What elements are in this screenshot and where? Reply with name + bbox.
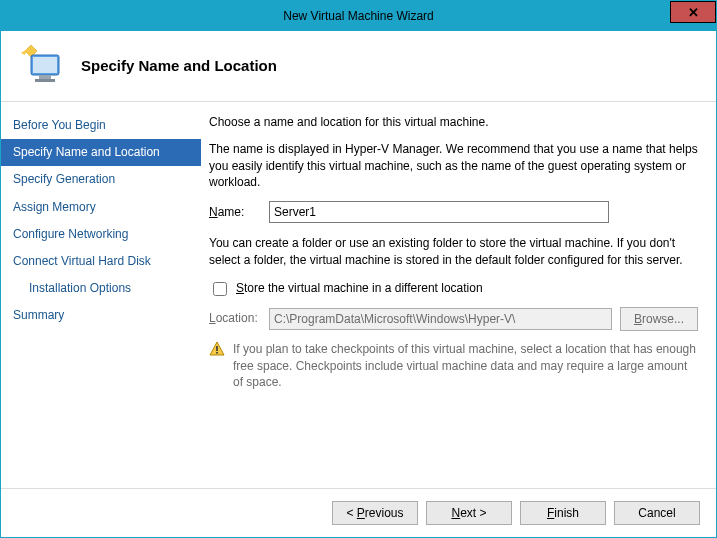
nav-assign-memory[interactable]: Assign Memory [1,194,201,221]
name-help-text: The name is displayed in Hyper-V Manager… [209,141,698,191]
titlebar[interactable]: New Virtual Machine Wizard ✕ [1,1,716,31]
intro-text: Choose a name and location for this virt… [209,114,698,131]
finish-button[interactable]: Finish [520,501,606,525]
window-title: New Virtual Machine Wizard [283,9,434,23]
wizard-icon [19,41,67,89]
svg-rect-3 [33,57,57,73]
nav-specify-generation[interactable]: Specify Generation [1,166,201,193]
name-input[interactable] [269,201,609,223]
nav-configure-networking[interactable]: Configure Networking [1,221,201,248]
svg-rect-7 [216,346,218,351]
location-help-text: You can create a folder or use an existi… [209,235,698,269]
svg-rect-8 [216,352,218,354]
name-row: Name: [209,201,698,223]
footer: < Previous Next > Finish Cancel [1,488,716,537]
name-label: Name: [209,204,261,221]
store-different-label[interactable]: Store the virtual machine in a different… [236,280,483,297]
info-row: If you plan to take checkpoints of this … [209,341,698,391]
svg-rect-5 [35,79,55,82]
location-label: Location: [209,310,261,327]
location-row: Location: Browse... [209,307,698,331]
nav-installation-options[interactable]: Installation Options [1,275,201,302]
store-different-row: Store the virtual machine in a different… [209,279,698,299]
close-icon: ✕ [688,5,699,20]
nav-before-you-begin[interactable]: Before You Begin [1,112,201,139]
nav-connect-vhd[interactable]: Connect Virtual Hard Disk [1,248,201,275]
cancel-button[interactable]: Cancel [614,501,700,525]
close-button[interactable]: ✕ [670,1,716,23]
sidebar: Before You Begin Specify Name and Locati… [1,102,201,488]
next-button[interactable]: Next > [426,501,512,525]
info-text: If you plan to take checkpoints of this … [233,341,698,391]
nav-summary[interactable]: Summary [1,302,201,329]
nav-specify-name-location[interactable]: Specify Name and Location [1,139,201,166]
svg-rect-4 [39,75,51,79]
previous-button[interactable]: < Previous [332,501,418,525]
wizard-window: New Virtual Machine Wizard ✕ Specify Nam… [0,0,717,538]
wizard-body: Before You Begin Specify Name and Locati… [1,102,716,488]
browse-button: Browse... [620,307,698,331]
location-input [269,308,612,330]
page-title: Specify Name and Location [81,57,277,74]
wizard-header: Specify Name and Location [1,31,716,102]
store-different-checkbox[interactable] [213,282,227,296]
content-pane: Choose a name and location for this virt… [201,102,716,488]
warning-icon [209,341,225,357]
